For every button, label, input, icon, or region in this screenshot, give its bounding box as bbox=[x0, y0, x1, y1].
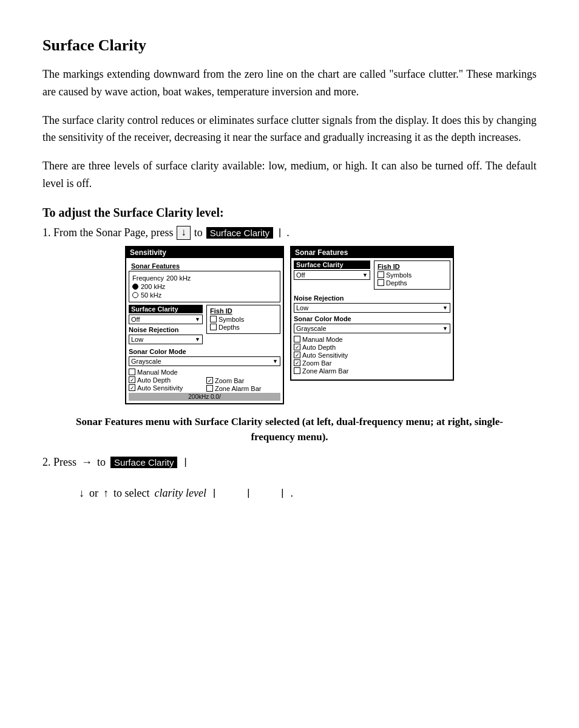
right-zone-label: Zone Alarm Bar bbox=[302, 367, 348, 375]
right-autodepth-label: Auto Depth bbox=[302, 344, 336, 351]
step3-or: or bbox=[89, 487, 98, 500]
left-zone-check bbox=[206, 385, 213, 392]
step2-line: 2. Press → to Surface Clarity | bbox=[42, 456, 537, 469]
left-cm-value: Grayscale bbox=[131, 358, 161, 365]
right-sc-select: Off ▼ bbox=[294, 270, 370, 280]
step2-pipe: | bbox=[182, 457, 188, 468]
left-freq-row: Frequency 200 kHz bbox=[132, 274, 277, 282]
left-section-label: Sonar Features bbox=[131, 262, 280, 270]
left-cm-arrow: ▼ bbox=[273, 358, 278, 364]
left-zone-label: Zone Alarm Bar bbox=[215, 385, 261, 392]
left-fishid-box: Fish ID Symbols Depths bbox=[206, 305, 280, 334]
left-screenshot: Sensitivity Sonar Features Frequency 200… bbox=[125, 246, 284, 404]
left-two-col: Surface Clarity Off ▼ Noise Rejection Lo… bbox=[129, 305, 280, 345]
left-fishid-label: Fish ID bbox=[210, 307, 277, 315]
left-depths-row: Depths bbox=[210, 324, 277, 331]
right-depths-row: Depths bbox=[378, 279, 447, 287]
left-200-label: 200 kHz bbox=[141, 283, 165, 290]
right-titlebar: Sonar Features bbox=[291, 247, 453, 258]
left-zoom-check: ✓ bbox=[206, 377, 213, 384]
step2-arrow: → bbox=[81, 456, 92, 469]
left-cm-label: Sonar Color Mode bbox=[129, 348, 186, 355]
step3-down-arrow: ↓ bbox=[79, 487, 84, 500]
step3-up-arrow: ↑ bbox=[103, 487, 109, 500]
right-nr-select: Low ▼ bbox=[294, 303, 450, 313]
left-200khz-row: 200 kHz bbox=[132, 283, 277, 290]
right-sc-arrow: ▼ bbox=[362, 272, 368, 278]
step2-menu-highlight: Surface Clarity bbox=[110, 457, 177, 468]
paragraph-3: There are three levels of surface clarit… bbox=[42, 157, 537, 192]
left-symbols-check bbox=[210, 316, 217, 322]
left-checks-row: Manual Mode ✓ Auto Depth ✓ Auto Sensitiv… bbox=[129, 368, 280, 393]
left-depths-check bbox=[210, 324, 217, 330]
step1-pipe: | bbox=[277, 227, 283, 239]
left-bottom-bar: 200kHz 0.0/ bbox=[129, 393, 280, 401]
left-50khz-row: 50 kHz bbox=[132, 291, 277, 299]
left-autodepth-check: ✓ bbox=[129, 376, 135, 383]
right-autosens-label: Auto Sensitivity bbox=[302, 352, 348, 359]
left-autosens-row: ✓ Auto Sensitivity bbox=[129, 384, 203, 392]
left-sonar-box: Sensitivity Sonar Features Frequency 200… bbox=[125, 246, 284, 404]
step3-menu: clarity level bbox=[154, 487, 206, 500]
right-zoom-row: ✓ Zoom Bar bbox=[294, 359, 450, 367]
left-col2: Fish ID Symbols Depths bbox=[206, 305, 280, 345]
right-autodepth-check: ✓ bbox=[294, 344, 300, 350]
step1-key: ↓ bbox=[177, 226, 190, 240]
left-nr-arrow: ▼ bbox=[195, 336, 200, 342]
left-nr-label: Noise Rejection bbox=[129, 326, 203, 333]
left-sc-select: Off ▼ bbox=[129, 315, 203, 324]
right-sc-col: Surface Clarity Off ▼ bbox=[294, 260, 370, 292]
right-autosens-row: ✓ Auto Sensitivity bbox=[294, 352, 450, 359]
right-zoom-check: ✓ bbox=[294, 359, 300, 366]
right-nr-arrow: ▼ bbox=[442, 305, 448, 311]
screenshots-row: Sensitivity Sonar Features Frequency 200… bbox=[42, 246, 537, 404]
right-manual-row: Manual Mode bbox=[294, 336, 450, 343]
left-freq-value: 200 kHz bbox=[166, 274, 191, 282]
step2-to: to bbox=[97, 456, 106, 469]
left-autodepth-label: Auto Depth bbox=[137, 376, 171, 384]
right-sc-highlight: Surface Clarity bbox=[294, 260, 370, 269]
step1-line: 1. From the Sonar Page, press ↓ to Surfa… bbox=[42, 226, 537, 240]
right-cm-label: Sonar Color Mode bbox=[294, 315, 450, 322]
left-depths-label: Depths bbox=[218, 324, 240, 331]
step3-line: ↓ or ↑ to select clarity level | | | . bbox=[79, 487, 537, 500]
right-nr-value: Low bbox=[296, 304, 308, 311]
right-body: Surface Clarity Off ▼ Fish ID Symbols bbox=[291, 258, 453, 379]
left-checks-col1: Manual Mode ✓ Auto Depth ✓ Auto Sensitiv… bbox=[129, 368, 203, 393]
left-titlebar: Sensitivity bbox=[126, 247, 283, 258]
right-autosens-check: ✓ bbox=[294, 352, 300, 358]
paragraph-2: The surface clarity control reduces or e… bbox=[42, 112, 537, 147]
left-radio-200 bbox=[132, 284, 138, 290]
left-frequency-box: Frequency 200 kHz 200 kHz 50 kHz bbox=[129, 271, 280, 302]
left-sc-highlight: Surface Clarity bbox=[129, 305, 203, 313]
left-sc-value: Off bbox=[131, 316, 140, 323]
step1-menu-highlight: Surface Clarity bbox=[206, 227, 273, 239]
left-manual-row: Manual Mode bbox=[129, 369, 203, 376]
step3-pipe2: | bbox=[245, 488, 251, 499]
right-fishid-col: Fish ID Symbols Depths bbox=[374, 260, 450, 292]
right-fishid-label: Fish ID bbox=[378, 263, 447, 270]
right-sc-value: Off bbox=[296, 271, 305, 279]
right-top-row: Surface Clarity Off ▼ Fish ID Symbols bbox=[294, 260, 450, 292]
left-body: Sonar Features Frequency 200 kHz 200 kHz… bbox=[126, 258, 283, 403]
left-radio-50 bbox=[132, 292, 138, 298]
right-depths-label: Depths bbox=[386, 279, 407, 287]
left-autosens-label: Auto Sensitivity bbox=[137, 384, 183, 392]
page-title: Surface Clarity bbox=[42, 36, 537, 55]
right-symbols-check bbox=[378, 271, 384, 278]
right-zone-check bbox=[294, 367, 300, 374]
right-symbols-label: Symbols bbox=[386, 271, 411, 279]
right-depths-check bbox=[378, 279, 384, 286]
right-nr-label: Noise Rejection bbox=[294, 294, 450, 302]
left-autodepth-row: ✓ Auto Depth bbox=[129, 376, 203, 384]
right-manual-check bbox=[294, 336, 300, 342]
right-autodepth-row: ✓ Auto Depth bbox=[294, 344, 450, 351]
right-zoom-label: Zoom Bar bbox=[302, 359, 331, 367]
left-autosens-check: ✓ bbox=[129, 384, 135, 391]
left-checks-col2: ✓ Zoom Bar Zone Alarm Bar bbox=[206, 368, 280, 393]
right-sonar-box: Sonar Features Surface Clarity Off ▼ Fis… bbox=[290, 246, 454, 381]
step3-to: to select bbox=[113, 487, 149, 500]
step2-prefix: 2. Press bbox=[42, 456, 76, 469]
left-zoom-row: ✓ Zoom Bar bbox=[206, 377, 280, 384]
left-manual-label: Manual Mode bbox=[137, 369, 178, 376]
